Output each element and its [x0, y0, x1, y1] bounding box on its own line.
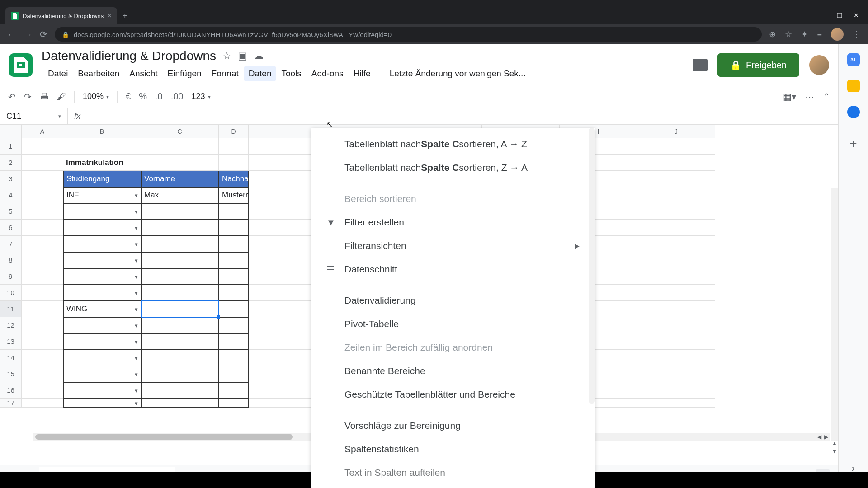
dropdown-cell[interactable]: INF	[63, 187, 141, 203]
dropdown-cell[interactable]	[63, 399, 141, 408]
row-header[interactable]: 8	[0, 252, 22, 268]
vertical-scrollbar[interactable]	[831, 188, 838, 441]
scrollbar-thumb[interactable]	[35, 434, 293, 440]
row-header[interactable]: 13	[0, 333, 22, 350]
section-title[interactable]: Immatrikulation	[63, 155, 141, 171]
print-button[interactable]: 🖶	[40, 91, 49, 102]
menu-create-filter[interactable]: ▼Filter erstellen	[311, 211, 595, 234]
percent-button[interactable]: %	[139, 91, 147, 102]
browser-menu-icon[interactable]: ⋮	[853, 29, 861, 39]
row-header[interactable]: 7	[0, 236, 22, 252]
comments-icon[interactable]	[693, 59, 708, 71]
menu-cleanup[interactable]: Vorschläge zur Bereinigung	[311, 414, 595, 437]
dropdown-cell[interactable]	[63, 382, 141, 399]
row-header[interactable]: 17	[0, 399, 22, 408]
paint-format-button[interactable]: 🖌	[57, 91, 66, 102]
menu-slicer[interactable]: ☰Datenschnitt	[311, 258, 595, 281]
dropdown-cell[interactable]	[63, 236, 141, 252]
menu-named-ranges[interactable]: Benannte Bereiche	[311, 359, 595, 383]
menu-data-validation[interactable]: Datenvalidierung	[311, 289, 595, 312]
scroll-left-icon[interactable]: ◀	[817, 434, 821, 440]
col-header[interactable]: C	[141, 125, 219, 138]
menu-format[interactable]: Format	[207, 66, 243, 81]
row-header[interactable]: 4	[0, 187, 22, 203]
keep-icon[interactable]	[847, 80, 860, 92]
row-header[interactable]: 5	[0, 203, 22, 220]
dropdown-cell[interactable]	[63, 350, 141, 366]
dropdown-cell[interactable]	[63, 203, 141, 220]
dropdown-cell[interactable]	[63, 333, 141, 350]
menu-addons[interactable]: Add-ons	[307, 66, 348, 81]
more-toolbar-icon[interactable]: ⋯	[805, 91, 814, 102]
undo-button[interactable]: ↶	[8, 91, 16, 102]
window-minimize-icon[interactable]: —	[820, 12, 826, 19]
dropdown-cell[interactable]	[63, 252, 141, 268]
menu-protected[interactable]: Geschützte Tabellenblätter und Bereiche	[311, 383, 595, 406]
scroll-right-icon[interactable]: ▶	[824, 434, 828, 440]
menu-einfuegen[interactable]: Einfügen	[163, 66, 206, 81]
menu-split-text[interactable]: Text in Spalten aufteilen	[311, 461, 595, 484]
dropdown-cell[interactable]	[63, 268, 141, 285]
account-avatar[interactable]	[809, 55, 829, 75]
row-header[interactable]: 3	[0, 171, 22, 187]
redo-button[interactable]: ↷	[24, 91, 32, 102]
menu-hilfe[interactable]: Hilfe	[349, 66, 375, 81]
dropdown-cell[interactable]	[63, 366, 141, 382]
menu-filter-views[interactable]: Filteransichten▶	[311, 234, 595, 258]
window-close-icon[interactable]: ✕	[854, 12, 859, 19]
extensions-icon[interactable]: ✦	[801, 29, 808, 39]
col-header[interactable]: D	[219, 125, 249, 138]
calendar-icon[interactable]	[847, 53, 860, 66]
insert-chart-button[interactable]: ▦▾	[783, 91, 796, 102]
forward-button[interactable]: →	[24, 29, 33, 40]
playlist-icon[interactable]: ≡	[817, 30, 822, 39]
row-header[interactable]: 6	[0, 220, 22, 236]
document-title[interactable]: Datenvalidierung & Dropdowns	[42, 49, 216, 63]
menu-daten[interactable]: Daten	[244, 66, 276, 81]
row-header[interactable]: 14	[0, 350, 22, 366]
table-header[interactable]: Vorname	[141, 171, 219, 187]
star-icon[interactable]: ☆	[222, 50, 231, 62]
menu-sort-az[interactable]: Tabellenblatt nach Spalte C sortieren, A…	[311, 132, 595, 156]
share-button[interactable]: Freigeben	[717, 53, 799, 77]
row-header[interactable]: 10	[0, 285, 22, 301]
profile-avatar-icon[interactable]	[831, 28, 844, 41]
back-button[interactable]: ←	[7, 29, 16, 40]
tasks-icon[interactable]	[847, 106, 860, 118]
dropdown-cell[interactable]	[63, 220, 141, 236]
col-header[interactable]: A	[22, 125, 63, 138]
menu-column-stats[interactable]: Spaltenstatistiken	[311, 437, 595, 461]
col-header[interactable]: B	[63, 125, 141, 138]
move-icon[interactable]: ▣	[238, 50, 247, 62]
row-header[interactable]: 2	[0, 155, 22, 171]
row-header[interactable]: 16	[0, 382, 22, 399]
decrease-decimal-button[interactable]: .0	[155, 91, 163, 102]
dropdown-cell[interactable]: WING	[63, 301, 141, 317]
menu-tools[interactable]: Tools	[277, 66, 306, 81]
dropdown-cell[interactable]	[63, 285, 141, 301]
table-header[interactable]: Nachname	[219, 171, 249, 187]
window-maximize-icon[interactable]: ❐	[837, 12, 843, 19]
currency-button[interactable]: €	[126, 91, 131, 102]
selected-cell[interactable]	[141, 301, 219, 317]
scroll-up-icon[interactable]: ▲	[832, 440, 837, 446]
table-cell[interactable]: Max	[141, 187, 219, 203]
col-header[interactable]: J	[637, 125, 715, 138]
scroll-down-icon[interactable]: ▼	[832, 448, 837, 455]
table-header[interactable]: Studiengang	[63, 171, 141, 187]
tab-close-icon[interactable]: ×	[107, 12, 111, 20]
menu-pivot-table[interactable]: Pivot-Tabelle	[311, 312, 595, 336]
browser-tab[interactable]: Datenvalidierung & Dropdowns ×	[5, 7, 117, 24]
row-header[interactable]: 1	[0, 138, 22, 155]
cloud-status-icon[interactable]: ☁	[254, 50, 264, 62]
last-edit-link[interactable]: Letzte Änderung vor wenigen Sek...	[385, 66, 530, 81]
zoom-icon[interactable]: ⊕	[769, 29, 776, 39]
zoom-select[interactable]: 100%	[83, 92, 109, 101]
dropdown-cell[interactable]	[63, 317, 141, 333]
table-cell[interactable]: Mustermann	[219, 187, 249, 203]
menu-datei[interactable]: Datei	[43, 66, 72, 81]
bookmark-icon[interactable]: ☆	[785, 29, 792, 39]
menu-sort-za[interactable]: Tabellenblatt nach Spalte C sortieren, Z…	[311, 156, 595, 179]
select-all-corner[interactable]	[0, 125, 22, 138]
number-format-select[interactable]: 123	[191, 92, 210, 101]
